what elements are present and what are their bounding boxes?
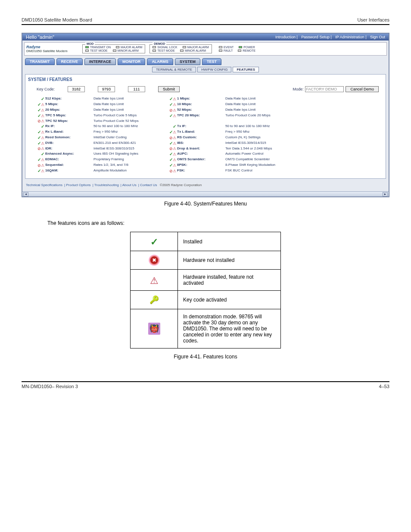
footlink-options[interactable]: Product Options xyxy=(66,183,90,187)
feature-name: Reed Solomon: xyxy=(45,135,93,140)
led-mod-test: TEST MODE xyxy=(90,49,108,52)
feature-status-icon xyxy=(168,146,176,151)
keycode-2[interactable] xyxy=(98,86,115,92)
subtab-terminal[interactable]: TERMINAL & REMOTE xyxy=(152,67,196,72)
tab-receive[interactable]: RECEIVE xyxy=(56,58,83,65)
footlink-copyright: ©2005 Radyne Corporation xyxy=(160,183,202,187)
link-ipadmin[interactable]: IP Administration xyxy=(335,35,364,39)
subtab-features[interactable]: FEATURES xyxy=(233,67,259,72)
doc-footer-left: MN-DMD1050– Revision 3 xyxy=(22,384,78,389)
feature-status-icon xyxy=(168,119,176,123)
footlink-trouble[interactable]: Troubleshooting xyxy=(94,183,119,187)
led-demod-minor: MINOR ALARM xyxy=(185,49,206,52)
status-demod-legend: DEMOD xyxy=(153,42,166,45)
submit-button[interactable]: Submit xyxy=(158,86,180,92)
scroll-left-icon[interactable]: ◄ xyxy=(23,192,28,196)
feature-name: Tx IF: xyxy=(177,124,224,129)
feature-status-icon xyxy=(36,163,44,168)
feature-desc: Amplitude Modulation xyxy=(93,168,167,173)
doc-footer: MN-DMD1050– Revision 3 4–53 xyxy=(22,381,389,389)
led-transmit-on: TRANSMIT ON xyxy=(90,46,111,49)
keycode-3[interactable] xyxy=(128,86,145,92)
feature-desc: OM73 Compatible Scrambler xyxy=(225,157,299,162)
feature-status-icon xyxy=(168,102,176,107)
link-password[interactable]: Password Setup xyxy=(301,35,330,39)
keycode-label: Key Code: xyxy=(37,87,55,91)
feature-desc: Custom (N, K) Settings xyxy=(225,135,299,140)
feature-desc: EN301-210 and EN300-421 xyxy=(93,141,167,146)
feature-status-icon xyxy=(168,141,176,146)
feature-status-icon xyxy=(168,163,176,168)
feature-name: OM73 Scrambler: xyxy=(177,157,224,162)
feature-status-icon xyxy=(168,135,176,140)
app-window: Hello "admin" Introduction | Password Se… xyxy=(22,33,389,197)
feature-name: AUPC: xyxy=(177,152,224,156)
feature-desc: Uses IBS OH Signaling bytes xyxy=(93,152,167,156)
feature-desc: Freq > 950 Mhz xyxy=(93,130,167,134)
feature-name: Rx L-Band: xyxy=(45,130,93,134)
feature-status-icon xyxy=(36,168,44,173)
tab-interface[interactable]: INTERFACE xyxy=(84,58,116,65)
feature-desc xyxy=(225,119,299,123)
mode-value xyxy=(305,86,344,92)
link-introduction[interactable]: Introduction xyxy=(275,35,296,39)
subtab-hwfw[interactable]: HW/FW CONFIG xyxy=(197,67,231,72)
keycode-1[interactable] xyxy=(68,86,85,92)
feature-desc: Turbo Product Code 52 Mbps xyxy=(93,119,167,123)
feature-status-icon xyxy=(36,102,44,107)
link-signout[interactable]: Sign Out xyxy=(370,35,385,39)
footlink-techspec[interactable]: Technical Specifications xyxy=(26,183,62,187)
hello-text: Hello "admin" xyxy=(26,34,54,40)
feature-name: 16QAM: xyxy=(45,168,93,173)
header-panel: Radyne DMD1050 Satellite Modem MOD TRANS… xyxy=(24,42,387,56)
feature-name: RS Custom: xyxy=(177,135,224,140)
led-signal-lock: SIGNAL LOCK xyxy=(157,46,177,49)
feature-status-icon xyxy=(36,124,44,129)
feature-desc: Data Rate bps Limit xyxy=(93,96,167,101)
horizontal-scrollbar[interactable]: ◄ ► xyxy=(22,191,389,196)
main-tabs: TRANSMIT RECEIVE INTERFACE MONITOR ALARM… xyxy=(22,57,389,66)
feature-status-icon xyxy=(36,152,44,156)
feature-desc: Data Rate bps Limit xyxy=(225,96,299,101)
cancel-demo-button[interactable]: Cancel Demo xyxy=(346,86,379,92)
led-demod-test: TEST MODE xyxy=(157,49,175,52)
tab-system[interactable]: SYSTEM xyxy=(175,58,200,65)
legend-icon xyxy=(149,275,160,285)
feature-name: Tx L-Band: xyxy=(177,130,224,134)
feature-status-icon xyxy=(36,135,44,140)
feature-status-icon xyxy=(168,124,176,129)
legend-table: InstalledHardware not installedHardware … xyxy=(130,232,281,348)
tab-alarms[interactable]: ALARMS xyxy=(147,58,173,65)
legend-icon xyxy=(149,255,159,265)
feature-desc: 50 to 90 and 100 to 180 MHz xyxy=(93,124,167,129)
footlink-about[interactable]: About Us xyxy=(122,183,137,187)
legend-text: Key code activated xyxy=(178,291,281,309)
tab-monitor[interactable]: MONITOR xyxy=(118,58,145,65)
feature-status-icon xyxy=(36,130,44,134)
footlink-contact[interactable]: Contact Us xyxy=(140,183,157,187)
feature-status-icon xyxy=(36,157,44,162)
status-demod: DEMOD SIGNAL LOCKMAJOR ALARM TEST MODEMI… xyxy=(149,44,212,53)
feature-name xyxy=(177,119,224,123)
feature-name: Rx IF: xyxy=(45,124,93,129)
legend-icon xyxy=(149,295,160,305)
feature-name: Sequential: xyxy=(45,163,93,168)
feature-name: TPC 20 Mbps: xyxy=(177,113,224,118)
tab-transmit[interactable]: TRANSMIT xyxy=(25,58,55,65)
feature-name: Enhanced Async: xyxy=(45,152,93,156)
tab-test[interactable]: TEST xyxy=(202,58,221,65)
feature-desc: Automatic Power Control xyxy=(225,152,299,156)
feature-desc: Terr Data 1.544 or 2.048 Mbps xyxy=(225,146,299,151)
feature-name: IDR: xyxy=(45,146,93,151)
feature-status-icon xyxy=(36,108,44,112)
feature-name: IBS: xyxy=(177,141,224,146)
feature-status-icon xyxy=(168,108,176,112)
titlebar-links: Introduction | Password Setup | IP Admin… xyxy=(273,35,385,39)
feature-desc: FSK BUC Control xyxy=(225,168,299,173)
legend-text: Installed xyxy=(178,232,281,251)
legend-icon xyxy=(148,323,160,335)
feature-status-icon xyxy=(36,119,44,123)
logo-sub: DMD1050 Satellite Modem xyxy=(26,49,78,53)
scroll-right-icon[interactable]: ► xyxy=(383,192,388,196)
feature-name: 5 Mbps: xyxy=(45,102,93,107)
